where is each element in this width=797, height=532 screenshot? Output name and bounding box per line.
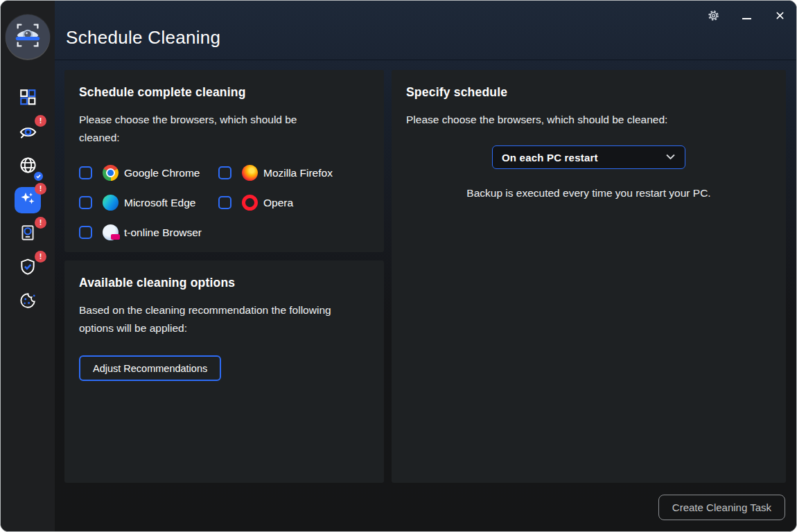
sidebar-item-privacy[interactable]: ! <box>15 119 41 145</box>
close-icon <box>775 10 785 21</box>
browser-checkbox-grid: Google Chrome Mozilla Firefox Microsoft … <box>79 165 369 240</box>
sidebar-item-web-protection[interactable] <box>15 153 41 179</box>
specify-schedule-panel: Specify schedule Please choose the brows… <box>392 70 786 483</box>
browser-label: t-online Browser <box>124 227 202 239</box>
main-area: Schedule Cleaning <box>55 1 796 531</box>
eye-scanner-icon <box>12 19 44 54</box>
browser-row-edge: Microsoft Edge <box>79 195 218 211</box>
shield-check-icon <box>19 258 37 278</box>
firefox-icon <box>242 165 258 181</box>
browser-label: Opera <box>263 197 293 209</box>
available-cleaning-options-panel: Available cleaning options Based on the … <box>64 260 384 483</box>
chrome-icon <box>103 165 119 181</box>
browser-row-firefox: Mozilla Firefox <box>218 165 369 181</box>
sparkles-icon <box>19 190 36 210</box>
content: Schedule complete cleaning Please choose… <box>55 60 796 483</box>
schedule-dropdown-value: On each PC restart <box>502 152 598 163</box>
sidebar-item-device-cleaner[interactable]: ! <box>15 221 41 247</box>
close-button[interactable] <box>772 8 787 23</box>
window-controls <box>706 8 787 23</box>
footer: Create Cleaning Task <box>55 483 796 531</box>
browser-row-opera: Opera <box>218 195 369 211</box>
left-column: Schedule complete cleaning Please choose… <box>64 70 384 483</box>
sidebar-item-dashboard[interactable] <box>15 85 41 112</box>
sidebar-item-cleaning[interactable]: ! <box>15 187 41 213</box>
sidebar: ! <box>1 1 55 531</box>
edge-icon <box>103 195 119 211</box>
cookie-icon <box>19 292 37 312</box>
t-online-icon <box>103 224 119 240</box>
adjust-recommendations-button[interactable]: Adjust Recommendations <box>79 355 221 381</box>
panel-title: Schedule complete cleaning <box>79 85 369 100</box>
notification-badge: ! <box>35 217 46 229</box>
browser-row-chrome: Google Chrome <box>79 165 218 181</box>
panel-title: Available cleaning options <box>79 276 369 290</box>
sidebar-item-security[interactable]: ! <box>15 255 41 281</box>
notification-badge: ! <box>35 251 46 263</box>
notification-badge: ! <box>35 183 46 195</box>
dashboard-grid-icon <box>19 88 37 109</box>
create-cleaning-task-button[interactable]: Create Cleaning Task <box>658 495 785 520</box>
edge-checkbox[interactable] <box>79 196 92 209</box>
right-column: Specify schedule Please choose the brows… <box>392 70 786 483</box>
page-title: Schedule Cleaning <box>66 27 220 48</box>
shield-check-badge-icon <box>34 172 43 181</box>
app-logo <box>6 15 50 59</box>
sidebar-item-cookies[interactable] <box>15 289 41 315</box>
sidebar-nav: ! <box>15 85 41 315</box>
minimize-icon <box>742 18 751 19</box>
browser-label: Microsoft Edge <box>124 197 195 209</box>
schedule-dropdown[interactable]: On each PC restart <box>492 145 685 169</box>
panel-description: Please choose the browsers, which should… <box>406 111 771 129</box>
panel-title: Specify schedule <box>406 85 771 100</box>
drive-icon <box>19 224 37 245</box>
header: Schedule Cleaning <box>55 1 796 60</box>
privacy-eye-icon <box>19 122 37 143</box>
browser-label: Google Chrome <box>124 167 200 179</box>
firefox-checkbox[interactable] <box>218 166 231 179</box>
app-window: ! <box>0 0 797 532</box>
schedule-complete-cleaning-panel: Schedule complete cleaning Please choose… <box>64 70 384 252</box>
browser-row-t-online: t-online Browser <box>79 224 218 240</box>
panel-description: Please choose the browsers, which should… <box>79 111 337 147</box>
chrome-checkbox[interactable] <box>79 166 92 179</box>
opera-icon <box>242 195 258 211</box>
schedule-note: Backup is executed every time you restar… <box>406 184 771 202</box>
t-online-checkbox[interactable] <box>79 226 92 239</box>
settings-gear-icon[interactable] <box>706 8 721 23</box>
chevron-down-icon <box>665 151 676 163</box>
browser-label: Mozilla Firefox <box>263 167 333 179</box>
notification-badge: ! <box>35 115 46 127</box>
opera-checkbox[interactable] <box>218 196 231 209</box>
minimize-button[interactable] <box>739 8 754 23</box>
panel-description: Based on the cleaning recommendation the… <box>79 301 337 337</box>
